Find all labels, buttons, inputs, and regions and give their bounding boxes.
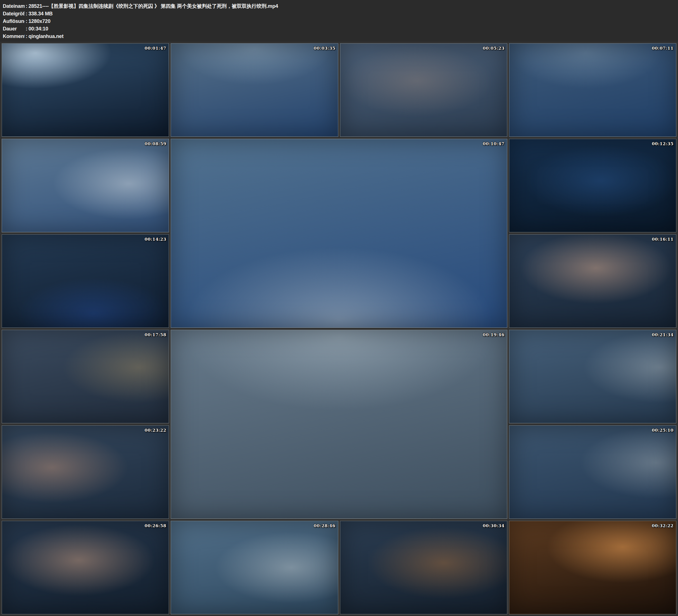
filesize-value: 338.34 MB (29, 10, 675, 17)
metadata-separator: : (25, 33, 29, 40)
metadata-separator: : (25, 25, 29, 33)
metadata-separator: : (25, 17, 29, 25)
video-thumbnail: 00:05:23 (340, 43, 507, 137)
metadata-label: Auflösung (3, 17, 25, 25)
metadata-row-dateigroesse: Dateigröße : 338.34 MB (3, 10, 675, 17)
video-thumbnail: 00:10:47 (171, 139, 507, 328)
video-thumbnail: 00:30:34 (340, 521, 507, 614)
duration-value: 00:34:10 (29, 25, 675, 33)
video-thumbnail: 00:07:11 (509, 43, 676, 137)
video-thumbnail: 00:26:58 (2, 521, 169, 614)
timestamp-overlay: 00:07:11 (652, 46, 674, 51)
timestamp-overlay: 00:08:59 (145, 141, 166, 146)
video-thumbnail: 00:16:11 (509, 234, 676, 328)
timestamp-overlay: 00:23:22 (145, 428, 166, 433)
video-thumbnail: 00:32:22 (509, 521, 676, 614)
video-thumbnail: 00:12:35 (509, 139, 676, 232)
metadata-label: Dateigröße (3, 10, 25, 17)
video-thumbnail: 00:19:46 (171, 330, 507, 519)
video-thumbnail: 00:08:59 (2, 139, 169, 232)
thumbnail-grid: 00:01:47 00:03:35 00:05:23 00:07:11 00:0… (0, 42, 678, 616)
metadata-label: Dateiname (3, 2, 25, 10)
video-thumbnail: 00:25:10 (509, 425, 676, 519)
timestamp-overlay: 00:21:34 (652, 332, 674, 337)
video-thumbnail: 00:21:34 (509, 330, 676, 423)
timestamp-overlay: 00:14:23 (145, 237, 166, 242)
timestamp-overlay: 00:25:10 (652, 428, 674, 433)
timestamp-overlay: 00:19:46 (483, 332, 504, 337)
video-contact-sheet: Dateiname : 28521----【胜景影视】四集法制连续剧《绞刑之下的… (0, 0, 678, 616)
timestamp-overlay: 00:03:35 (314, 46, 336, 51)
timestamp-overlay: 00:16:11 (652, 237, 674, 242)
timestamp-overlay: 00:05:23 (483, 46, 504, 51)
file-metadata-header: Dateiname : 28521----【胜景影视】四集法制连续剧《绞刑之下的… (0, 0, 678, 42)
comment-value: qinglanhua.net (29, 33, 675, 40)
video-thumbnail: 00:23:22 (2, 425, 169, 519)
timestamp-overlay: 00:28:46 (314, 523, 336, 528)
metadata-row-kommentar: Kommentar : qinglanhua.net (3, 33, 675, 40)
timestamp-overlay: 00:01:47 (145, 46, 166, 51)
metadata-row-dauer: Dauer : 00:34:10 (3, 25, 675, 33)
timestamp-overlay: 00:17:58 (145, 332, 166, 337)
metadata-separator: : (25, 2, 29, 10)
video-thumbnail: 00:01:47 (2, 43, 169, 137)
metadata-row-dateiname: Dateiname : 28521----【胜景影视】四集法制连续剧《绞刑之下的… (3, 2, 675, 10)
filename-value: 28521----【胜景影视】四集法制连续剧《绞刑之下的死囚 》 第四集 两个美… (29, 2, 675, 10)
timestamp-overlay: 00:12:35 (652, 141, 674, 146)
metadata-row-aufloesung: Auflösung : 1280x720 (3, 17, 675, 25)
video-thumbnail: 00:28:46 (171, 521, 338, 614)
metadata-label: Kommentar (3, 33, 25, 40)
video-thumbnail: 00:03:35 (171, 43, 338, 137)
timestamp-overlay: 00:30:34 (483, 523, 504, 528)
resolution-value: 1280x720 (29, 17, 675, 25)
timestamp-overlay: 00:26:58 (145, 523, 166, 528)
video-thumbnail: 00:17:58 (2, 330, 169, 423)
video-thumbnail: 00:14:23 (2, 234, 169, 328)
timestamp-overlay: 00:10:47 (483, 141, 504, 146)
metadata-separator: : (25, 10, 29, 17)
metadata-label: Dauer (3, 25, 25, 33)
timestamp-overlay: 00:32:22 (652, 523, 674, 528)
